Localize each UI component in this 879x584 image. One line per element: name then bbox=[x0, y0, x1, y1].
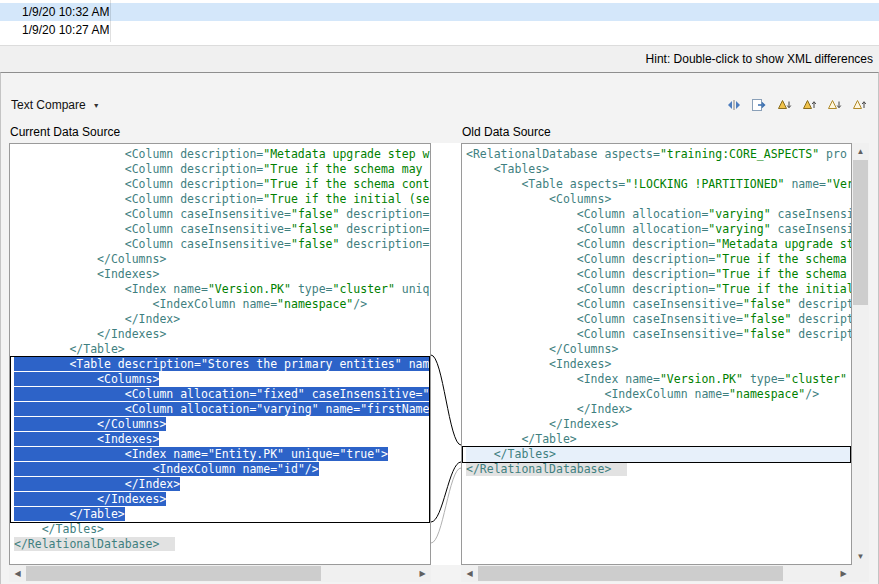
code-line[interactable]: <Tables> bbox=[466, 162, 851, 177]
previous-change-icon[interactable] bbox=[848, 94, 870, 116]
code-line[interactable]: <Column description="True if the schema … bbox=[466, 267, 851, 282]
left-pane[interactable]: <Column description="Metadata upgrade st… bbox=[9, 143, 431, 565]
code-line[interactable]: </Index> bbox=[466, 402, 851, 417]
code-line[interactable]: </Index> bbox=[14, 312, 430, 327]
diff-connector-lines bbox=[431, 143, 461, 565]
code-line[interactable]: </RelationalDatabase> bbox=[466, 462, 851, 477]
code-line[interactable]: <Column description="True if the schema … bbox=[466, 252, 851, 267]
code-line[interactable]: </Indexes> bbox=[14, 327, 430, 342]
history-row[interactable]: 1/9/20 10:27 AM bbox=[0, 21, 879, 39]
scroll-up-arrow[interactable]: ▲ bbox=[852, 143, 869, 160]
scroll-left-arrow[interactable]: ◀ bbox=[461, 565, 478, 582]
code-line[interactable]: </Indexes> bbox=[14, 492, 430, 507]
code-line[interactable]: </Columns> bbox=[14, 417, 430, 432]
toolbar-icons bbox=[723, 94, 870, 116]
code-line[interactable]: <Indexes> bbox=[14, 432, 430, 447]
horizontal-scrollbar-thumb[interactable] bbox=[26, 566, 321, 581]
previous-difference-icon[interactable] bbox=[798, 94, 820, 116]
left-horizontal-scrollbar[interactable]: ◀ ▶ bbox=[9, 565, 431, 582]
code-line[interactable]: <Columns> bbox=[14, 372, 430, 387]
code-line[interactable]: </RelationalDatabase> bbox=[14, 537, 430, 552]
code-line[interactable]: <Indexes> bbox=[14, 267, 430, 282]
code-line[interactable]: <Column caseInsensitive="false" descript… bbox=[466, 297, 851, 312]
code-line[interactable]: <Column caseInsensitive="false" descript… bbox=[14, 207, 430, 222]
code-line[interactable]: <Column caseInsensitive="false" descript… bbox=[14, 222, 430, 237]
code-line[interactable]: </Table> bbox=[466, 432, 851, 447]
code-line[interactable]: <Column caseInsensitive="false" descript… bbox=[466, 312, 851, 327]
code-line[interactable]: </Columns> bbox=[466, 342, 851, 357]
code-line[interactable]: <Indexes> bbox=[466, 357, 851, 372]
code-line[interactable]: </Index> bbox=[14, 477, 430, 492]
scroll-right-arrow[interactable]: ▶ bbox=[414, 565, 431, 582]
code-line[interactable]: <Index name="Version.PK" type="cluster" … bbox=[14, 282, 430, 297]
vertical-scrollbar-thumb[interactable] bbox=[853, 160, 868, 305]
scroll-down-arrow[interactable]: ▼ bbox=[852, 548, 869, 565]
chevron-down-icon: ▼ bbox=[93, 102, 100, 109]
code-line[interactable]: <Column description="True if the schema … bbox=[14, 162, 430, 177]
history-row[interactable]: 1/9/20 10:32 AM bbox=[0, 3, 879, 21]
code-line[interactable]: <Column description="True if the initial… bbox=[14, 192, 430, 207]
code-line[interactable]: <IndexColumn name="namespace"/> bbox=[14, 297, 430, 312]
scrollbar-corner bbox=[852, 565, 869, 582]
code-line[interactable]: <Column description="True if the initial… bbox=[466, 282, 851, 297]
code-line[interactable]: </Table> bbox=[14, 507, 430, 522]
code-line[interactable]: <Column allocation="fixed" caseInsensiti… bbox=[14, 387, 430, 402]
code-line[interactable]: <Table description="Stores the primary e… bbox=[14, 357, 430, 372]
code-line[interactable]: <Column description="Metadata upgrade st… bbox=[466, 237, 851, 252]
compare-editor: Text Compare ▼ bbox=[0, 72, 879, 584]
hint-text: Hint: Double-click to show XML differenc… bbox=[646, 52, 873, 66]
horizontal-scrollbars: ◀ ▶ ◀ ▶ bbox=[1, 565, 878, 583]
code-line[interactable]: <Index name="Entity.PK" unique="true"> bbox=[14, 447, 430, 462]
code-line[interactable]: <Column allocation="varying" caseInsensi… bbox=[466, 222, 851, 237]
code-line[interactable]: <IndexColumn name="namespace"/> bbox=[466, 387, 851, 402]
copy-all-left-to-right-icon[interactable] bbox=[748, 94, 770, 116]
code-line[interactable]: </Indexes> bbox=[466, 417, 851, 432]
code-line[interactable]: <RelationalDatabase aspects="training:CO… bbox=[466, 147, 851, 162]
diff-connector-area bbox=[431, 143, 461, 565]
history-list: 1/9/20 10:32 AM 1/9/20 10:27 AM bbox=[0, 0, 879, 45]
scroll-right-arrow[interactable]: ▶ bbox=[835, 565, 852, 582]
compare-toolbar: Text Compare ▼ bbox=[1, 89, 878, 121]
right-code[interactable]: <RelationalDatabase aspects="training:CO… bbox=[462, 144, 851, 477]
swap-view-icon[interactable] bbox=[723, 94, 745, 116]
vertical-scrollbar[interactable]: ▲ ▼ bbox=[852, 143, 869, 565]
left-pane-title: Current Data Source bbox=[10, 125, 120, 139]
code-line[interactable]: <IndexColumn name="id"/> bbox=[14, 462, 430, 477]
code-line[interactable]: </Table> bbox=[14, 342, 430, 357]
code-line[interactable]: <Column description="True if the schema … bbox=[14, 177, 430, 192]
code-line[interactable]: <Table aspects="!LOCKING !PARTITIONED" n… bbox=[466, 177, 851, 192]
code-line[interactable]: </Tables> bbox=[466, 447, 851, 462]
hint-bar: Hint: Double-click to show XML differenc… bbox=[0, 45, 879, 72]
next-change-icon[interactable] bbox=[823, 94, 845, 116]
pane-headers: Current Data Source Old Data Source bbox=[1, 121, 878, 143]
code-line[interactable]: <Column description="Metadata upgrade st… bbox=[14, 147, 430, 162]
right-pane-title: Old Data Source bbox=[462, 125, 551, 139]
code-line[interactable]: <Column caseInsensitive="false" descript… bbox=[466, 327, 851, 342]
column-divider bbox=[110, 0, 111, 42]
compare-mode-label: Text Compare bbox=[11, 98, 86, 112]
next-difference-icon[interactable] bbox=[773, 94, 795, 116]
panes-row: <Column description="Metadata upgrade st… bbox=[1, 143, 878, 565]
scroll-left-arrow[interactable]: ◀ bbox=[9, 565, 26, 582]
code-line[interactable]: </Columns> bbox=[14, 252, 430, 267]
right-pane[interactable]: <RelationalDatabase aspects="training:CO… bbox=[461, 143, 852, 565]
code-line[interactable]: <Index name="Version.PK" type="cluster" … bbox=[466, 372, 851, 387]
code-line[interactable]: <Column allocation="varying" name="first… bbox=[14, 402, 430, 417]
compare-mode-dropdown[interactable]: Text Compare ▼ bbox=[11, 98, 100, 112]
left-code[interactable]: <Column description="Metadata upgrade st… bbox=[10, 144, 430, 552]
horizontal-scrollbar-thumb[interactable] bbox=[478, 566, 783, 581]
code-line[interactable]: <Columns> bbox=[466, 192, 851, 207]
right-horizontal-scrollbar[interactable]: ◀ ▶ bbox=[461, 565, 852, 582]
code-line[interactable]: </Tables> bbox=[14, 522, 430, 537]
code-line[interactable]: <Column caseInsensitive="false" descript… bbox=[14, 237, 430, 252]
code-line[interactable]: <Column allocation="varying" caseInsensi… bbox=[466, 207, 851, 222]
